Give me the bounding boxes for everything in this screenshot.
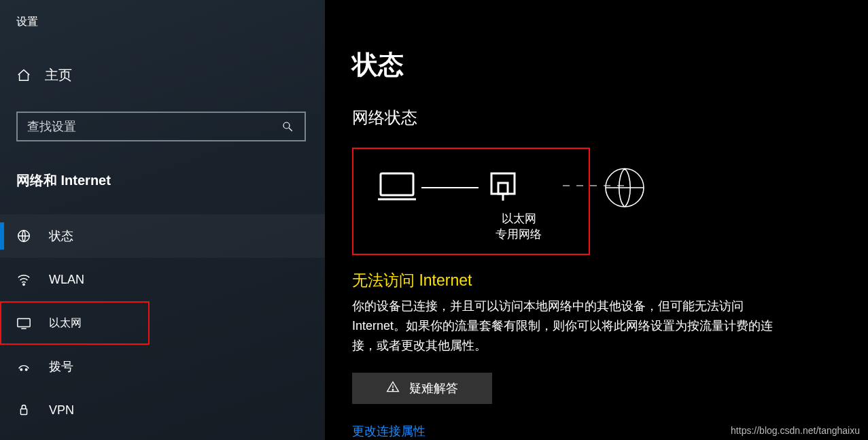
sidebar-item-vpn[interactable]: VPN [0, 388, 325, 432]
router-icon [483, 169, 523, 206]
dialup-icon [16, 360, 31, 373]
home-button[interactable]: 主页 [16, 66, 325, 84]
search-icon [280, 120, 295, 133]
app-title: 设置 [16, 15, 325, 29]
warning-title: 无法访问 Internet [352, 270, 868, 291]
nav-label-wlan: WLAN [49, 273, 84, 287]
vpn-icon [16, 403, 31, 417]
svg-rect-12 [498, 183, 508, 194]
home-icon [16, 68, 31, 83]
globe-icon [602, 165, 647, 213]
warning-body: 你的设备已连接，并且可以访问本地网络中的其他设备，但可能无法访问 Interne… [352, 297, 787, 355]
svg-point-0 [283, 122, 290, 129]
svg-point-6 [20, 369, 22, 371]
svg-point-7 [25, 369, 27, 371]
svg-point-17 [392, 389, 394, 390]
sidebar-item-ethernet[interactable]: 以太网 [0, 301, 150, 345]
network-status-icon [16, 229, 31, 243]
nav-label-status: 状态 [49, 228, 73, 244]
sidebar: 设置 主页 网络和 Internet 状态 WLAN 以太网 [0, 0, 325, 440]
svg-rect-9 [381, 173, 413, 195]
wifi-icon [16, 272, 31, 287]
section-header: 网络和 Internet [16, 171, 325, 190]
home-label: 主页 [45, 66, 72, 84]
nav-label-ethernet: 以太网 [49, 316, 82, 331]
page-title: 状态 [352, 48, 868, 82]
sidebar-item-wlan[interactable]: WLAN [0, 258, 325, 301]
nav-label-vpn: VPN [49, 403, 74, 418]
ethernet-icon [16, 316, 31, 330]
diagram-conn-name: 以太网 [488, 211, 549, 227]
nav-label-dialup: 拨号 [49, 358, 73, 375]
sidebar-item-dialup[interactable]: 拨号 [0, 345, 325, 388]
svg-rect-8 [20, 409, 27, 414]
svg-point-3 [23, 284, 24, 285]
diagram-conn-type: 专用网络 [488, 227, 549, 243]
change-properties-link[interactable]: 更改连接属性 [352, 423, 426, 439]
sidebar-item-status[interactable]: 状态 [0, 214, 325, 258]
main-content: 状态 网络状态 以太网 专用网络 无法访问 Internet 你的设备已连接，并… [325, 0, 868, 440]
search-box[interactable] [16, 112, 306, 141]
watermark: https://blog.csdn.net/tanghaixu [731, 425, 860, 436]
sub-title: 网络状态 [352, 107, 868, 129]
search-input[interactable] [27, 120, 280, 134]
troubleshoot-label: 疑难解答 [409, 380, 458, 396]
svg-rect-4 [18, 319, 30, 327]
connection-line-solid [421, 187, 479, 188]
warning-icon [386, 380, 400, 397]
troubleshoot-button[interactable]: 疑难解答 [352, 373, 492, 404]
device-icon [377, 169, 417, 206]
network-diagram: 以太网 专用网络 [352, 148, 590, 255]
svg-line-1 [289, 128, 292, 131]
